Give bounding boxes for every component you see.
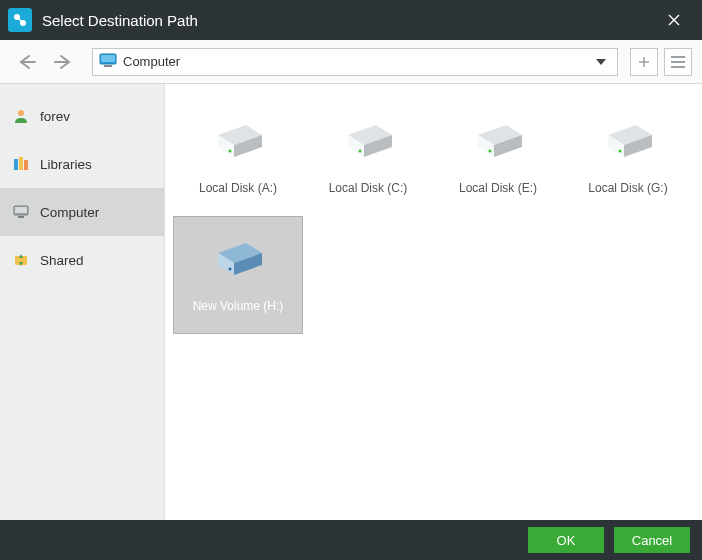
svg-point-19	[229, 150, 232, 153]
disk-icon	[208, 237, 268, 285]
svg-rect-6	[671, 61, 685, 63]
titlebar: Select Destination Path	[0, 0, 702, 40]
svg-rect-9	[14, 159, 18, 170]
sidebar-item-user[interactable]: forev	[0, 92, 164, 140]
drive-label: Local Disk (G:)	[588, 181, 667, 195]
svg-rect-4	[104, 65, 112, 67]
user-icon	[12, 107, 30, 125]
new-folder-button[interactable]	[630, 48, 658, 76]
sidebar-item-shared[interactable]: Shared	[0, 236, 164, 284]
disk-icon	[338, 119, 398, 167]
svg-rect-11	[24, 160, 28, 170]
footer: OK Cancel	[0, 520, 702, 560]
path-dropdown-icon[interactable]	[591, 59, 611, 65]
sidebar-item-libraries[interactable]: Libraries	[0, 140, 164, 188]
ok-button[interactable]: OK	[528, 527, 604, 553]
drive-label: New Volume (H:)	[193, 299, 284, 313]
dialog-body: forev Libraries Computer Shared Local	[0, 84, 702, 520]
svg-rect-13	[15, 207, 27, 213]
drive-label: Local Disk (A:)	[199, 181, 277, 195]
disk-icon	[468, 119, 528, 167]
drive-item[interactable]: Local Disk (G:)	[563, 98, 693, 216]
computer-icon	[99, 53, 117, 71]
drive-item[interactable]: Local Disk (C:)	[303, 98, 433, 216]
svg-point-8	[18, 110, 24, 116]
svg-rect-3	[101, 55, 115, 62]
sidebar-item-label: Libraries	[40, 157, 92, 172]
drive-item[interactable]: Local Disk (E:)	[433, 98, 563, 216]
close-button[interactable]	[654, 0, 694, 40]
back-button[interactable]	[10, 48, 42, 76]
shared-icon	[12, 251, 30, 269]
path-box[interactable]: Computer	[92, 48, 618, 76]
app-icon	[8, 8, 32, 32]
disk-icon	[208, 119, 268, 167]
svg-rect-7	[671, 66, 685, 68]
svg-point-31	[619, 150, 622, 153]
sidebar-item-label: Shared	[40, 253, 84, 268]
svg-point-35	[229, 268, 232, 271]
drive-label: Local Disk (E:)	[459, 181, 537, 195]
path-text: Computer	[123, 54, 591, 69]
cancel-button[interactable]: Cancel	[614, 527, 690, 553]
sidebar-item-label: Computer	[40, 205, 99, 220]
sidebar: forev Libraries Computer Shared	[0, 84, 165, 520]
sidebar-item-label: forev	[40, 109, 70, 124]
svg-rect-10	[19, 157, 23, 170]
forward-button[interactable]	[48, 48, 80, 76]
svg-rect-14	[18, 216, 24, 218]
dialog-title: Select Destination Path	[42, 12, 654, 29]
libraries-icon	[12, 155, 30, 173]
content-pane: Local Disk (A:) Local Disk (C:) Local Di…	[165, 84, 702, 520]
svg-rect-5	[671, 56, 685, 58]
disk-icon	[598, 119, 658, 167]
svg-point-23	[359, 150, 362, 153]
drive-item[interactable]: New Volume (H:)	[173, 216, 303, 334]
svg-point-27	[489, 150, 492, 153]
drive-item[interactable]: Local Disk (A:)	[173, 98, 303, 216]
toolbar: Computer	[0, 40, 702, 84]
view-mode-button[interactable]	[664, 48, 692, 76]
drive-label: Local Disk (C:)	[329, 181, 408, 195]
sidebar-item-computer[interactable]: Computer	[0, 188, 164, 236]
computer-icon	[12, 203, 30, 221]
